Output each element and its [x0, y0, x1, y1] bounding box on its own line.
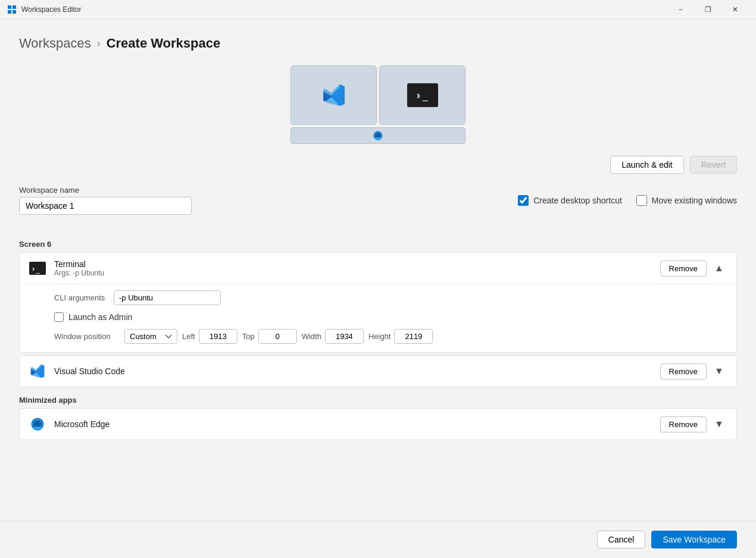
top-label: Top — [242, 332, 255, 341]
left-coord: Left — [182, 329, 238, 344]
revert-button[interactable]: Revert — [690, 156, 737, 174]
minimize-button[interactable]: − — [667, 0, 694, 19]
cli-args-row: CLI arguments — [54, 290, 724, 305]
breadcrumb: Workspaces › Create Workspace — [19, 36, 737, 51]
terminal-app-icon: › _ — [28, 259, 47, 278]
vscode-card-header: Visual Studio Code Remove ▼ — [20, 356, 736, 387]
move-existing-windows-label: Move existing windows — [652, 196, 737, 205]
edge-app-card: Microsoft Edge Remove ▼ — [19, 408, 737, 440]
breadcrumb-separator: › — [97, 37, 101, 50]
launch-admin-row: Launch as Admin — [54, 312, 724, 322]
app-icon — [7, 5, 17, 14]
cli-args-input[interactable] — [114, 290, 221, 305]
terminal-collapse-button[interactable]: ▲ — [710, 259, 728, 277]
vscode-card-actions: Remove ▼ — [660, 362, 728, 380]
workspace-form: Workspace name Create desktop shortcut M… — [19, 186, 737, 224]
vscode-remove-button[interactable]: Remove — [660, 363, 707, 380]
cancel-button[interactable]: Cancel — [597, 531, 646, 548]
svg-rect-1 — [13, 5, 16, 9]
terminal-card-details: CLI arguments Launch as Admin Window pos… — [20, 284, 736, 352]
terminal-app-info: Terminal Args: -p Ubuntu — [54, 259, 653, 277]
launch-edit-button[interactable]: Launch & edit — [610, 156, 684, 174]
top-input[interactable] — [258, 329, 297, 344]
minimized-apps-header: Minimized apps — [19, 390, 737, 408]
launch-admin-label: Launch as Admin — [68, 312, 132, 322]
window-position-select[interactable]: Custom Default Maximize — [124, 329, 177, 344]
preview-container: › _ — [290, 65, 466, 144]
window-position-row: Window position Custom Default Maximize … — [54, 329, 724, 344]
cli-args-label: CLI arguments — [54, 293, 108, 302]
terminal-card-actions: Remove ▲ — [660, 259, 728, 277]
preview-screens: › _ — [290, 65, 466, 125]
terminal-app-name: Terminal — [54, 259, 653, 269]
vscode-app-icon — [28, 362, 47, 381]
create-desktop-shortcut-item[interactable]: Create desktop shortcut — [518, 195, 622, 206]
action-row: Launch & edit Revert — [19, 156, 737, 174]
create-desktop-shortcut-checkbox[interactable] — [518, 195, 529, 206]
terminal-app-args: Args: -p Ubuntu — [54, 269, 653, 277]
vscode-app-name: Visual Studio Code — [54, 366, 653, 376]
workspace-name-group: Workspace name — [19, 186, 192, 215]
edge-preview-bar — [290, 127, 466, 144]
vscode-expand-button[interactable]: ▼ — [710, 362, 728, 380]
left-input[interactable] — [199, 329, 238, 344]
close-button[interactable]: ✕ — [721, 0, 749, 19]
edge-app-icon — [28, 415, 47, 434]
edge-card-header: Microsoft Edge Remove ▼ — [20, 409, 736, 440]
svg-rect-3 — [13, 10, 16, 14]
footer: Cancel Save Workspace — [0, 521, 756, 558]
height-coord: Height — [368, 329, 433, 344]
move-existing-windows-checkbox[interactable] — [636, 195, 647, 206]
title-bar: Workspaces Editor − ❐ ✕ — [0, 0, 756, 19]
terminal-remove-button[interactable]: Remove — [660, 261, 707, 277]
top-coord: Top — [242, 329, 297, 344]
breadcrumb-current: Create Workspace — [107, 36, 221, 51]
window-position-label: Window position — [54, 332, 120, 341]
title-bar-text: Workspaces Editor — [21, 5, 667, 14]
width-label: Width — [302, 332, 321, 341]
maximize-button[interactable]: ❐ — [694, 0, 721, 19]
terminal-preview-icon: › _ — [407, 83, 438, 107]
save-workspace-button[interactable]: Save Workspace — [651, 531, 737, 548]
edge-card-actions: Remove ▼ — [660, 415, 728, 433]
vscode-preview-icon — [320, 81, 348, 109]
checkboxes-group: Create desktop shortcut Move existing wi… — [518, 195, 737, 206]
left-label: Left — [182, 332, 195, 341]
height-label: Height — [368, 332, 391, 341]
vscode-preview-screen — [290, 65, 377, 125]
screen6-header: Screen 6 — [19, 234, 737, 252]
preview-area: › _ — [19, 65, 737, 144]
launch-admin-checkbox[interactable] — [54, 312, 64, 322]
workspace-name-input[interactable] — [19, 197, 192, 215]
main-content: Workspaces › Create Workspace — [0, 19, 756, 521]
terminal-card-header: › _ Terminal Args: -p Ubuntu Remove ▲ — [20, 253, 736, 284]
terminal-preview-screen: › _ — [379, 65, 466, 125]
breadcrumb-parent[interactable]: Workspaces — [19, 36, 91, 51]
create-desktop-shortcut-label: Create desktop shortcut — [533, 196, 622, 205]
workspace-name-label: Workspace name — [19, 186, 192, 195]
width-coord: Width — [302, 329, 364, 344]
vscode-app-info: Visual Studio Code — [54, 366, 653, 376]
edge-remove-button[interactable]: Remove — [660, 416, 707, 432]
workspace-name-row: Workspace name Create desktop shortcut M… — [19, 186, 737, 215]
edge-preview-icon — [372, 130, 384, 142]
svg-rect-2 — [8, 10, 11, 14]
move-existing-windows-item[interactable]: Move existing windows — [636, 195, 737, 206]
height-input[interactable] — [394, 329, 433, 344]
width-input[interactable] — [325, 329, 364, 344]
svg-rect-0 — [8, 5, 11, 9]
edge-app-info: Microsoft Edge — [54, 419, 653, 429]
title-bar-controls: − ❐ ✕ — [667, 0, 749, 19]
terminal-app-card: › _ Terminal Args: -p Ubuntu Remove ▲ CL… — [19, 252, 737, 353]
edge-app-name: Microsoft Edge — [54, 419, 653, 429]
edge-expand-button[interactable]: ▼ — [710, 415, 728, 433]
vscode-app-card: Visual Studio Code Remove ▼ — [19, 355, 737, 387]
